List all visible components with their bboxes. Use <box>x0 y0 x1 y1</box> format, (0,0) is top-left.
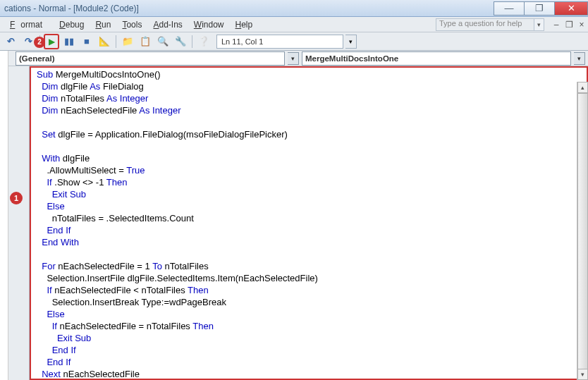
menu-window[interactable]: Window <box>188 18 230 31</box>
mdi-minimize[interactable]: – <box>551 19 562 30</box>
play-icon: ▶ <box>49 37 55 47</box>
properties-button[interactable]: 📋 <box>137 34 153 49</box>
titlebar-text: cations - Normal - [Module2 (Code)] <box>4 4 139 13</box>
help-search: Type a question for help ▾ <box>436 18 544 31</box>
code-dropdowns: (General) ▾ MergeMultiDocsIntoOne ▾ <box>8 51 588 66</box>
help-input[interactable]: Type a question for help <box>436 18 534 31</box>
menu-tools[interactable]: Tools <box>116 18 147 31</box>
window-controls: — ❐ ✕ <box>494 1 588 16</box>
close-button[interactable]: ✕ <box>554 1 588 16</box>
pause-button[interactable]: ▮▮ <box>61 34 77 49</box>
procedure-dropdown-arrow[interactable]: ▾ <box>574 52 585 65</box>
margin-indicator-bar <box>8 66 30 380</box>
menubar: Format Debug Run Tools Add-Ins Window He… <box>0 17 588 32</box>
vertical-scrollbar[interactable]: ▴ ▾ <box>577 82 588 380</box>
titlebar: cations - Normal - [Module2 (Code)] — ❐ … <box>0 0 588 17</box>
mdi-close[interactable]: × <box>576 19 587 30</box>
code-editor[interactable]: Sub MergeMultiDocsIntoOne() Dim dlgFile … <box>30 66 588 380</box>
cursor-dropdown[interactable]: ▾ <box>345 35 357 49</box>
minimize-button[interactable]: — <box>494 1 525 16</box>
menu-addins[interactable]: Add-Ins <box>147 18 188 31</box>
gutter-corner <box>0 51 8 66</box>
menu-run[interactable]: Run <box>90 18 116 31</box>
object-dropdown-arrow[interactable]: ▾ <box>288 52 299 65</box>
content-area: Sub MergeMultiDocsIntoOne() Dim dlgFile … <box>0 66 588 380</box>
left-gutter <box>0 66 8 380</box>
object-dropdown[interactable]: (General) <box>16 51 285 66</box>
scroll-up-button[interactable]: ▴ <box>577 82 588 93</box>
scroll-down-button[interactable]: ▾ <box>577 369 588 380</box>
mdi-controls: – ❐ × <box>550 19 588 30</box>
procedure-dropdown[interactable]: MergeMultiDocsIntoOne <box>302 51 571 66</box>
object-browser-button[interactable]: 🔍 <box>155 34 171 49</box>
design-mode-button[interactable]: 📐 <box>97 34 112 49</box>
cursor-position: Ln 11, Col 1 <box>216 35 343 49</box>
undo-button[interactable]: ↶ <box>3 34 18 49</box>
separator <box>116 35 116 48</box>
toolbox-button[interactable]: 🔧 <box>173 34 188 49</box>
project-explorer-button[interactable]: 📁 <box>120 34 135 49</box>
annotation-badge-1: 1 <box>10 192 23 204</box>
menu-help[interactable]: Help <box>230 18 259 31</box>
scroll-thumb[interactable] <box>577 93 588 380</box>
mdi-restore[interactable]: ❐ <box>563 19 575 30</box>
restore-button[interactable]: ❐ <box>524 1 555 16</box>
code-text[interactable]: Sub MergeMultiDocsIntoOne() Dim dlgFile … <box>31 68 587 380</box>
stop-button[interactable]: ■ <box>79 34 94 49</box>
run-button[interactable]: ▶ <box>44 34 59 49</box>
help-dropdown-arrow[interactable]: ▾ <box>534 18 544 31</box>
help-button[interactable]: ❔ <box>196 34 212 49</box>
separator <box>192 35 192 48</box>
menu-format[interactable]: Format <box>4 18 54 31</box>
toolbar: ↶ ↷ ▶ ▮▮ ■ 📐 📁 📋 🔍 🔧 ❔ Ln 11, Col 1 ▾ <box>0 32 588 51</box>
menu-debug[interactable]: Debug <box>54 18 90 31</box>
